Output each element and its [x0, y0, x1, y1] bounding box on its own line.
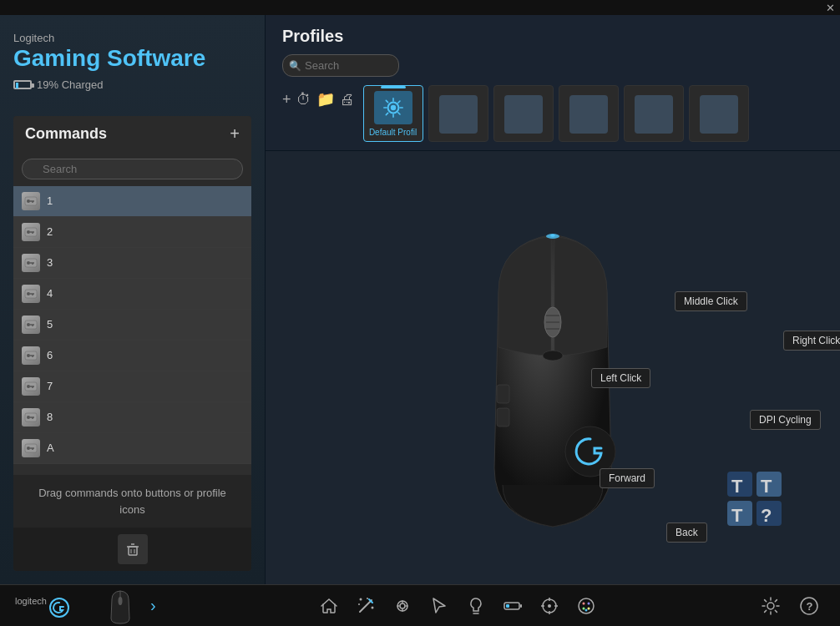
profile-slot-6[interactable] [689, 85, 749, 142]
taskbar-light-button[interactable] [458, 588, 493, 623]
taskbar-palette-button[interactable] [569, 588, 604, 623]
svg-text:logitech: logitech [15, 596, 47, 606]
svg-rect-36 [129, 547, 137, 555]
history-profile-button[interactable]: ⏱ [296, 91, 311, 109]
commands-search-box: 🔍 [13, 152, 251, 186]
middle-click-label: Middle Click [684, 295, 738, 307]
taskbar-mouse-preview[interactable] [97, 587, 144, 625]
svg-point-70 [400, 603, 405, 608]
command-icon-5 [22, 316, 40, 334]
command-label-2: 2 [47, 225, 53, 238]
taskbar-home-button[interactable] [311, 588, 347, 623]
commands-list: 12345678A [13, 186, 251, 475]
svg-point-84 [583, 607, 585, 609]
app-brand: Logitech Gaming Software 19% Charged [13, 32, 251, 91]
svg-point-13 [27, 292, 30, 295]
battery-icon [13, 80, 32, 89]
slot-indicator [381, 86, 406, 88]
close-button[interactable]: ✕ [826, 2, 835, 14]
taskbar-cursor-button[interactable] [422, 588, 457, 623]
command-icon-2 [22, 223, 40, 241]
titlebar: ✕ [0, 0, 840, 15]
trash-button[interactable] [118, 534, 148, 564]
taskbar-settings: ? [753, 588, 827, 623]
taskbar-icons [163, 588, 753, 623]
svg-rect-49 [497, 408, 509, 427]
search-wrapper: 🔍 [22, 159, 243, 179]
profile-actions: + ⏱ 📁 🖨 [282, 90, 355, 109]
add-command-button[interactable]: + [230, 124, 240, 144]
folder-profile-button[interactable]: 📁 [316, 90, 335, 109]
taskbar-logo: logitech [13, 591, 80, 621]
profiles-search-row: 🔍 [282, 54, 823, 77]
back-callout[interactable]: Back [666, 523, 707, 543]
svg-point-29 [27, 416, 30, 419]
command-label-1: 1 [47, 194, 53, 207]
command-icon-3 [22, 254, 40, 272]
trash-icon [124, 541, 141, 558]
command-icon-6 [22, 346, 40, 365]
battery-icon [503, 596, 523, 616]
profile-slot-default[interactable]: Default Profil [363, 85, 423, 142]
command-item-2[interactable]: 2 [13, 217, 251, 248]
command-item-5[interactable]: 5 [13, 310, 251, 341]
command-icon-A [22, 439, 40, 457]
logitech-logo: logitech [13, 591, 80, 621]
svg-point-17 [27, 323, 30, 326]
command-label-4: 4 [47, 287, 53, 300]
command-item-6[interactable]: 6 [13, 341, 251, 371]
taskbar-wand-button[interactable] [348, 588, 383, 623]
profile-slot-4[interactable] [559, 85, 619, 142]
profile-slot-5[interactable] [624, 85, 684, 142]
forward-callout[interactable]: Forward [600, 468, 655, 488]
profile-slot-3[interactable] [493, 85, 554, 142]
svg-point-67 [372, 606, 374, 608]
taskbar-help-button[interactable]: ? [792, 588, 827, 623]
svg-point-9 [27, 261, 30, 265]
delete-area [13, 528, 251, 571]
command-item-3[interactable]: 3 [13, 248, 251, 279]
logitech-label: Logitech [13, 32, 251, 44]
profiles-title: Profiles [282, 27, 823, 46]
command-icon-8 [22, 408, 40, 427]
add-profile-button[interactable]: + [282, 91, 291, 109]
left-click-callout[interactable]: Left Click [591, 368, 650, 388]
svg-point-86 [585, 608, 588, 611]
lightbulb-icon [466, 596, 486, 616]
taskbar-mouse-icon [105, 587, 135, 625]
battery-label: 19% Charged [37, 78, 104, 91]
command-label-7: 7 [47, 380, 53, 392]
svg-point-80 [548, 604, 551, 608]
taskbar-battery-button[interactable] [495, 588, 530, 623]
middle-click-callout[interactable]: Middle Click [675, 291, 747, 311]
help-icon: ? [798, 595, 820, 617]
svg-point-87 [767, 603, 774, 609]
svg-text:T: T [731, 505, 743, 526]
commands-panel: Commands + 🔍 12345678A Drag commands ont… [13, 116, 251, 571]
slot-img-3 [504, 95, 543, 134]
svg-point-83 [588, 602, 590, 604]
profiles-row: + ⏱ 📁 🖨 [282, 85, 823, 142]
command-icon-7 [22, 377, 40, 396]
svg-point-33 [27, 447, 30, 450]
taskbar-wrench-button[interactable] [385, 588, 420, 623]
taskbar-crosshair-button[interactable] [532, 588, 567, 623]
svg-rect-48 [497, 385, 509, 403]
command-item-4[interactable]: 4 [13, 279, 251, 310]
taskbar-gear-button[interactable] [753, 588, 788, 623]
command-item-7[interactable]: 7 [13, 371, 251, 402]
command-item-A[interactable]: A [13, 433, 251, 464]
right-click-callout[interactable]: Right Click [783, 331, 840, 351]
commands-header: Commands + [13, 116, 251, 152]
dpi-cycling-callout[interactable]: DPI Cycling [750, 410, 821, 430]
command-item-8[interactable]: 8 [13, 402, 251, 433]
command-label-6: 6 [47, 349, 53, 361]
dpi-cycling-label: DPI Cycling [759, 414, 812, 426]
battery-status: 19% Charged [13, 78, 251, 91]
commands-search-input[interactable] [22, 159, 243, 179]
profile-slot-2[interactable] [428, 85, 488, 142]
print-profile-button[interactable]: 🖨 [340, 91, 355, 109]
command-item-1[interactable]: 1 [13, 186, 251, 217]
profiles-bar: Profiles 🔍 + ⏱ 📁 🖨 [266, 15, 840, 151]
svg-point-47 [543, 351, 563, 361]
